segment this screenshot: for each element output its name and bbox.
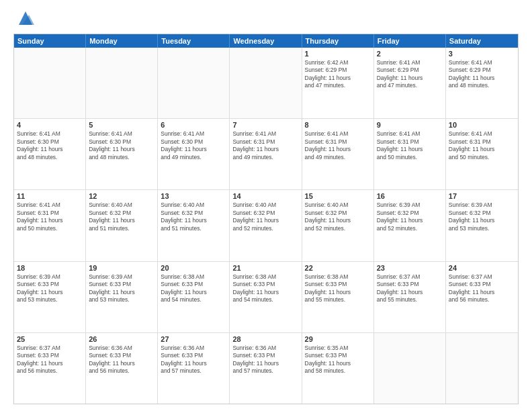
day-number: 7 [232,121,298,129]
cal-cell: 11Sunrise: 6:41 AM Sunset: 6:31 PM Dayli… [14,190,86,261]
day-info: Sunrise: 6:35 AM Sunset: 6:33 PM Dayligh… [305,345,371,375]
cal-cell: 8Sunrise: 6:41 AM Sunset: 6:31 PM Daylig… [302,119,374,189]
day-info: Sunrise: 6:37 AM Sunset: 6:33 PM Dayligh… [377,273,443,304]
day-info: Sunrise: 6:38 AM Sunset: 6:33 PM Dayligh… [232,273,298,304]
day-info: Sunrise: 6:42 AM Sunset: 6:29 PM Dayligh… [305,59,371,90]
cal-cell [86,48,158,118]
cal-cell: 9Sunrise: 6:41 AM Sunset: 6:31 PM Daylig… [374,119,446,189]
day-number: 10 [449,121,515,129]
day-number: 17 [449,192,515,200]
day-info: Sunrise: 6:41 AM Sunset: 6:30 PM Dayligh… [17,130,83,161]
cal-cell: 29Sunrise: 6:35 AM Sunset: 6:33 PM Dayli… [302,333,374,404]
day-info: Sunrise: 6:40 AM Sunset: 6:32 PM Dayligh… [89,201,154,232]
cal-cell: 6Sunrise: 6:41 AM Sunset: 6:30 PM Daylig… [158,119,230,189]
day-info: Sunrise: 6:41 AM Sunset: 6:29 PM Dayligh… [449,59,515,90]
cal-cell: 26Sunrise: 6:36 AM Sunset: 6:33 PM Dayli… [86,333,158,404]
day-info: Sunrise: 6:40 AM Sunset: 6:32 PM Dayligh… [232,201,298,232]
week-row-3: 18Sunrise: 6:39 AM Sunset: 6:33 PM Dayli… [14,262,518,333]
day-number: 11 [17,192,83,200]
day-number: 1 [305,50,371,58]
cal-cell: 10Sunrise: 6:41 AM Sunset: 6:31 PM Dayli… [446,119,518,189]
cal-cell: 15Sunrise: 6:40 AM Sunset: 6:32 PM Dayli… [302,190,374,261]
cal-cell: 28Sunrise: 6:36 AM Sunset: 6:33 PM Dayli… [230,333,302,404]
cal-cell: 5Sunrise: 6:41 AM Sunset: 6:30 PM Daylig… [86,119,158,189]
day-info: Sunrise: 6:39 AM Sunset: 6:32 PM Dayligh… [449,201,515,232]
cal-cell: 1Sunrise: 6:42 AM Sunset: 6:29 PM Daylig… [302,48,374,118]
day-number: 23 [377,264,443,272]
cal-cell: 27Sunrise: 6:36 AM Sunset: 6:33 PM Dayli… [158,333,230,404]
cal-cell: 21Sunrise: 6:38 AM Sunset: 6:33 PM Dayli… [230,262,302,332]
day-info: Sunrise: 6:36 AM Sunset: 6:33 PM Dayligh… [89,345,154,375]
day-info: Sunrise: 6:36 AM Sunset: 6:33 PM Dayligh… [232,345,298,375]
day-info: Sunrise: 6:37 AM Sunset: 6:33 PM Dayligh… [449,273,515,304]
day-number: 27 [161,335,226,343]
day-number: 5 [89,121,154,129]
day-number: 24 [449,264,515,272]
cal-cell: 2Sunrise: 6:41 AM Sunset: 6:29 PM Daylig… [374,48,446,118]
day-info: Sunrise: 6:40 AM Sunset: 6:32 PM Dayligh… [161,201,226,232]
week-row-4: 25Sunrise: 6:37 AM Sunset: 6:33 PM Dayli… [14,333,518,404]
day-info: Sunrise: 6:41 AM Sunset: 6:31 PM Dayligh… [377,130,443,161]
day-number: 6 [161,121,226,129]
cal-cell [14,48,86,118]
cal-cell [446,333,518,404]
cal-cell: 19Sunrise: 6:39 AM Sunset: 6:33 PM Dayli… [86,262,158,332]
week-row-0: 1Sunrise: 6:42 AM Sunset: 6:29 PM Daylig… [14,48,518,119]
cal-cell: 12Sunrise: 6:40 AM Sunset: 6:32 PM Dayli… [86,190,158,261]
day-info: Sunrise: 6:40 AM Sunset: 6:32 PM Dayligh… [305,201,371,232]
header-day-sunday: Sunday [14,34,86,48]
day-info: Sunrise: 6:37 AM Sunset: 6:33 PM Dayligh… [17,345,83,375]
day-info: Sunrise: 6:41 AM Sunset: 6:31 PM Dayligh… [232,130,298,161]
day-number: 4 [17,121,83,129]
logo [13,11,36,28]
day-info: Sunrise: 6:41 AM Sunset: 6:31 PM Dayligh… [449,130,515,161]
header-day-monday: Monday [86,34,158,48]
cal-cell: 23Sunrise: 6:37 AM Sunset: 6:33 PM Dayli… [374,262,446,332]
day-number: 13 [161,192,226,200]
logo-icon [15,8,36,28]
day-number: 2 [377,50,443,58]
cal-cell: 13Sunrise: 6:40 AM Sunset: 6:32 PM Dayli… [158,190,230,261]
day-number: 14 [232,192,298,200]
header [13,11,519,28]
day-number: 25 [17,335,83,343]
header-day-saturday: Saturday [446,34,518,48]
cal-cell: 20Sunrise: 6:38 AM Sunset: 6:33 PM Dayli… [158,262,230,332]
day-info: Sunrise: 6:41 AM Sunset: 6:30 PM Dayligh… [161,130,226,161]
day-info: Sunrise: 6:41 AM Sunset: 6:30 PM Dayligh… [89,130,154,161]
cal-cell: 4Sunrise: 6:41 AM Sunset: 6:30 PM Daylig… [14,119,86,189]
day-info: Sunrise: 6:41 AM Sunset: 6:31 PM Dayligh… [305,130,371,161]
day-number: 20 [161,264,226,272]
cal-cell: 3Sunrise: 6:41 AM Sunset: 6:29 PM Daylig… [446,48,518,118]
day-number: 21 [232,264,298,272]
day-number: 8 [305,121,371,129]
day-info: Sunrise: 6:36 AM Sunset: 6:33 PM Dayligh… [161,345,226,375]
day-number: 3 [449,50,515,58]
day-info: Sunrise: 6:39 AM Sunset: 6:33 PM Dayligh… [89,273,154,304]
day-number: 18 [17,264,83,272]
calendar: SundayMondayTuesdayWednesdayThursdayFrid… [13,34,519,404]
day-number: 19 [89,264,154,272]
cal-cell [230,48,302,118]
day-info: Sunrise: 6:38 AM Sunset: 6:33 PM Dayligh… [161,273,226,304]
week-row-1: 4Sunrise: 6:41 AM Sunset: 6:30 PM Daylig… [14,119,518,190]
day-info: Sunrise: 6:39 AM Sunset: 6:32 PM Dayligh… [377,201,443,232]
day-number: 16 [377,192,443,200]
day-info: Sunrise: 6:39 AM Sunset: 6:33 PM Dayligh… [17,273,83,304]
day-number: 12 [89,192,154,200]
day-number: 22 [305,264,371,272]
day-info: Sunrise: 6:38 AM Sunset: 6:33 PM Dayligh… [305,273,371,304]
cal-cell: 18Sunrise: 6:39 AM Sunset: 6:33 PM Dayli… [14,262,86,332]
week-row-2: 11Sunrise: 6:41 AM Sunset: 6:31 PM Dayli… [14,190,518,261]
cal-cell: 16Sunrise: 6:39 AM Sunset: 6:32 PM Dayli… [374,190,446,261]
cal-cell: 24Sunrise: 6:37 AM Sunset: 6:33 PM Dayli… [446,262,518,332]
header-day-thursday: Thursday [302,34,374,48]
header-day-wednesday: Wednesday [230,34,302,48]
day-number: 9 [377,121,443,129]
cal-cell [158,48,230,118]
calendar-body: 1Sunrise: 6:42 AM Sunset: 6:29 PM Daylig… [14,48,518,404]
day-info: Sunrise: 6:41 AM Sunset: 6:29 PM Dayligh… [377,59,443,90]
day-info: Sunrise: 6:41 AM Sunset: 6:31 PM Dayligh… [17,201,83,232]
header-day-friday: Friday [374,34,446,48]
header-day-tuesday: Tuesday [158,34,230,48]
